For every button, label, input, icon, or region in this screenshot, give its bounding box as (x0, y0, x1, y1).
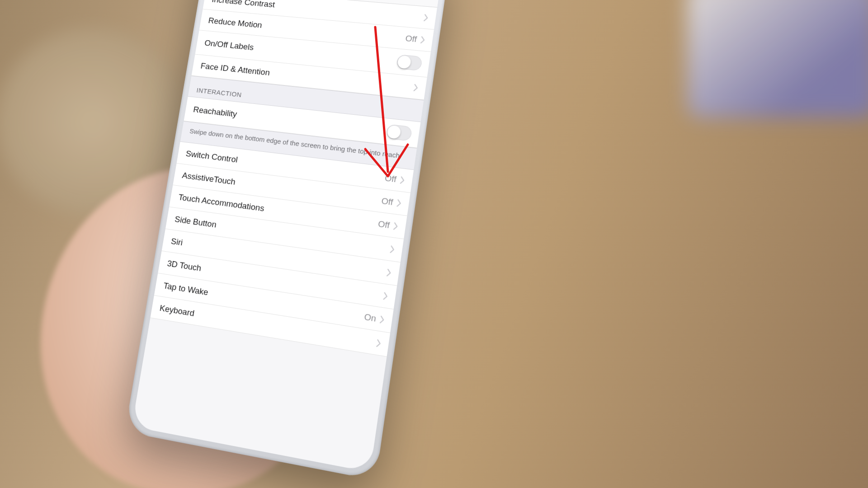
row-value: Off (405, 33, 417, 44)
chevron-right-icon (389, 245, 395, 253)
chevron-right-icon (379, 315, 385, 324)
chevron-right-icon (423, 14, 429, 22)
row-value: On (363, 312, 377, 324)
chevron-right-icon (393, 222, 399, 230)
reachability-toggle[interactable] (386, 124, 412, 141)
row-value: Off (381, 196, 394, 207)
row-value: Off (384, 173, 397, 184)
row-value: Off (377, 219, 391, 230)
chevron-right-icon (420, 36, 425, 44)
chevron-right-icon (386, 268, 392, 277)
background-box (687, 0, 868, 117)
chevron-right-icon (413, 84, 419, 91)
on-off-labels-toggle[interactable] (396, 54, 423, 71)
iphone-screen: General Accessibility Increase Contrast … (132, 0, 443, 472)
settings-list[interactable]: Increase Contrast Reduce Motion Off On/O… (150, 0, 437, 357)
chevron-right-icon (396, 199, 402, 207)
chevron-right-icon (376, 339, 382, 347)
chevron-right-icon (382, 292, 388, 300)
chevron-right-icon (400, 176, 406, 184)
